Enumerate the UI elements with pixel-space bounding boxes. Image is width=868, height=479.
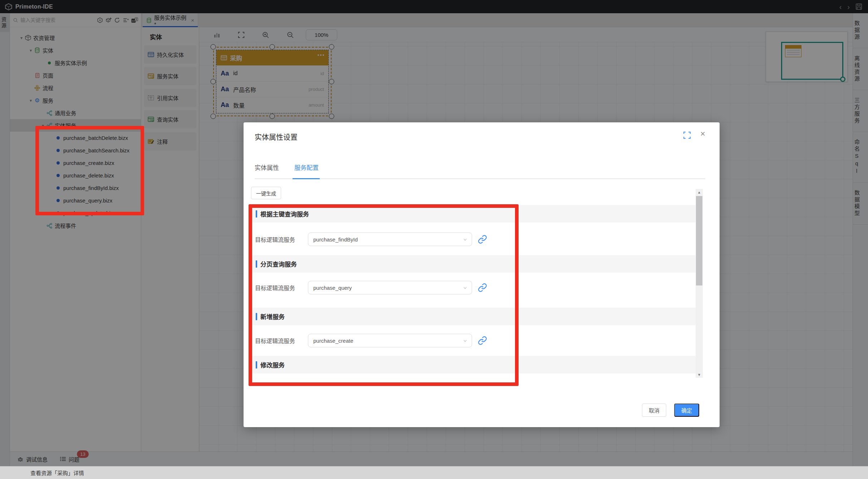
fullscreen-icon[interactable] — [683, 131, 691, 139]
service-row-find-by-id: 目标逻辑流服务 purchase_findById — [255, 233, 487, 246]
status-text: 查看资源「采购」详情 — [30, 469, 84, 476]
select-value: purchase_findById — [313, 236, 358, 243]
section-header-update: 修改服务 — [251, 356, 700, 373]
select-value: purchase_create — [313, 338, 353, 344]
one-click-generate-button[interactable]: 一键生成 — [251, 187, 281, 199]
section-accent-bar — [256, 361, 257, 368]
primeton-ide-window: Primeton-IDE ‹ › 资源 AI — [0, 0, 868, 479]
field-label: 目标逻辑流服务 — [255, 336, 308, 345]
entity-properties-dialog: 实体属性设置 × 实体属性 服务配置 一键生成 根据主键查询服务 目标逻辑流服务… — [244, 122, 720, 427]
section-title: 分页查询服务 — [260, 259, 297, 268]
service-row-paged-query: 目标逻辑流服务 purchase_query — [255, 281, 487, 294]
field-label: 目标逻辑流服务 — [255, 283, 308, 292]
field-label: 目标逻辑流服务 — [255, 235, 308, 244]
section-title: 根据主键查询服务 — [260, 209, 309, 218]
chevron-down-icon — [462, 338, 468, 343]
section-accent-bar — [256, 313, 257, 320]
tab-track — [255, 178, 705, 179]
scroll-down-icon[interactable]: ▼ — [696, 371, 703, 378]
target-flow-select-find-by-id[interactable]: purchase_findById — [308, 233, 472, 246]
section-header-paged-query: 分页查询服务 — [251, 255, 700, 273]
open-flow-link-icon[interactable] — [478, 283, 487, 292]
section-title: 新增服务 — [260, 312, 285, 321]
select-value: purchase_query — [313, 285, 352, 291]
service-row-create: 目标逻辑流服务 purchase_create — [255, 334, 487, 347]
section-header-find-by-id: 根据主键查询服务 — [251, 205, 700, 223]
scroll-up-icon[interactable]: ▲ — [696, 189, 703, 195]
open-flow-link-icon[interactable] — [478, 336, 487, 345]
section-title: 修改服务 — [260, 360, 285, 369]
dialog-title: 实体属性设置 — [255, 132, 298, 142]
section-accent-bar — [256, 260, 257, 268]
dialog-tab-service-config[interactable]: 服务配置 — [294, 163, 319, 179]
chevron-down-icon — [462, 237, 468, 242]
open-flow-link-icon[interactable] — [478, 235, 487, 244]
dialog-tab-entity-props[interactable]: 实体属性 — [255, 163, 279, 179]
cancel-button[interactable]: 取消 — [642, 404, 666, 417]
section-accent-bar — [256, 210, 257, 217]
ok-button[interactable]: 确定 — [674, 404, 699, 417]
status-bar: 查看资源「采购」详情 — [0, 466, 868, 479]
dialog-scrollbar[interactable]: ▲ ▼ — [696, 189, 703, 378]
tab-active-underline — [293, 178, 320, 179]
target-flow-select-create[interactable]: purchase_create — [308, 334, 472, 347]
section-header-create: 新增服务 — [251, 308, 700, 325]
chevron-down-icon — [462, 285, 468, 290]
close-icon[interactable]: × — [700, 129, 705, 139]
target-flow-select-paged-query[interactable]: purchase_query — [308, 281, 472, 294]
scrollbar-thumb[interactable] — [696, 196, 702, 285]
